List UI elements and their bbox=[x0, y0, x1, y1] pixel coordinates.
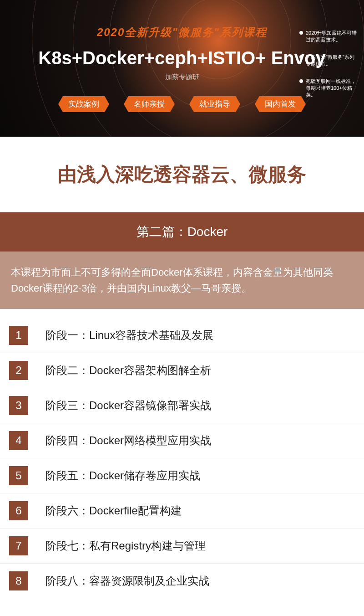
stage-number: 4 bbox=[9, 431, 28, 450]
badge: 就业指导 bbox=[189, 96, 240, 112]
chapter-description: 本课程为市面上不可多得的全面Docker体系课程，内容含金量为其他同类Docke… bbox=[0, 252, 364, 309]
stage-row: 8 阶段八：容器资源限制及企业实战 bbox=[0, 564, 364, 598]
stage-label: 阶段四：Docker网络模型应用实战 bbox=[46, 433, 211, 448]
stage-number: 6 bbox=[9, 501, 28, 520]
stage-number: 7 bbox=[9, 536, 28, 555]
stage-label: 阶段三：Docker容器镜像部署实战 bbox=[46, 398, 211, 413]
badge: 名师亲授 bbox=[124, 96, 175, 112]
stage-row: 6 阶段六：Dockerfile配置构建 bbox=[0, 493, 364, 529]
stage-label: 阶段二：Docker容器架构图解全析 bbox=[46, 363, 211, 378]
hero-title: K8s+Docker+ceph+ISTIO+ Envoy bbox=[0, 48, 364, 68]
badge: 国内首发 bbox=[255, 96, 306, 112]
stage-label: 阶段一：Linux容器技术基础及发展 bbox=[46, 328, 213, 343]
stage-row: 4 阶段四：Docker网络模型应用实战 bbox=[0, 423, 364, 458]
stage-row: 1 阶段一：Linux容器技术基础及发展 bbox=[0, 318, 364, 353]
hero-badges: 实战案例 名师亲授 就业指导 国内首发 bbox=[0, 96, 364, 112]
hero-banner: 2020升职加薪绝不可错过的高薪技术。 国内首发"微服务"系列专题课程。 死磕互… bbox=[0, 0, 364, 137]
stage-label: 阶段八：容器资源限制及企业实战 bbox=[46, 574, 209, 588]
section-title: 由浅入深吃透容器云、微服务 bbox=[0, 137, 364, 212]
stage-row: 7 阶段七：私有Registry构建与管理 bbox=[0, 529, 364, 564]
stage-number: 5 bbox=[9, 466, 28, 485]
stage-number: 8 bbox=[9, 571, 28, 590]
stage-number: 1 bbox=[9, 326, 28, 345]
hero-subtitle: 加薪专题班 bbox=[0, 73, 364, 82]
chapter-header: 第二篇：Docker bbox=[0, 212, 364, 252]
stage-row: 5 阶段五：Docker储存卷应用实战 bbox=[0, 458, 364, 493]
stage-row: 2 阶段二：Docker容器架构图解全析 bbox=[0, 353, 364, 388]
badge: 实战案例 bbox=[58, 96, 109, 112]
stage-row: 3 阶段三：Docker容器镜像部署实战 bbox=[0, 388, 364, 423]
stage-label: 阶段七：私有Registry构建与管理 bbox=[46, 539, 206, 553]
stage-label: 阶段六：Dockerfile配置构建 bbox=[46, 503, 182, 518]
hero-tagline: 2020全新升级"微服务"系列课程 bbox=[0, 25, 364, 40]
stage-number: 2 bbox=[9, 361, 28, 380]
stage-label: 阶段五：Docker储存卷应用实战 bbox=[46, 468, 200, 483]
stages-list: 1 阶段一：Linux容器技术基础及发展 2 阶段二：Docker容器架构图解全… bbox=[0, 309, 364, 598]
stage-number: 3 bbox=[9, 396, 28, 415]
